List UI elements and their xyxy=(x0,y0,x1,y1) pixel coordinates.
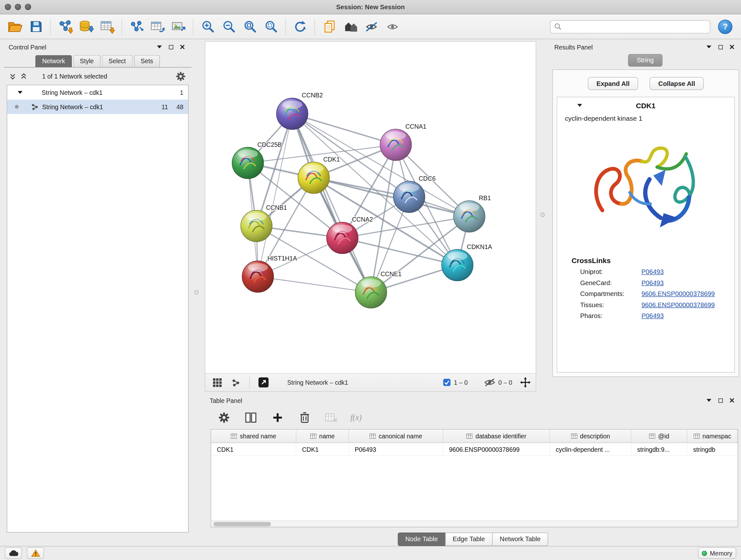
create-column-button[interactable] xyxy=(270,410,285,425)
show-columns-button[interactable] xyxy=(243,410,259,425)
clone-network-button[interactable] xyxy=(147,17,167,37)
column-header-shared-name[interactable]: shared name xyxy=(211,430,296,443)
network-edge[interactable] xyxy=(314,178,469,216)
network-canvas[interactable]: CCNB2CCNA1CDC25BCDK1CDC6RB1CCNB1CCNA2CDK… xyxy=(205,42,536,373)
uniprot-link[interactable]: P06493 xyxy=(642,268,664,275)
network-node-CDK1[interactable]: CDK1 xyxy=(298,156,340,193)
collapse-all-button[interactable]: Collapse All xyxy=(650,77,704,90)
column-header-canonical-name[interactable]: canonical name xyxy=(349,430,444,443)
control-panel-close-button[interactable] xyxy=(178,43,187,51)
expand-all-button[interactable]: Expand All xyxy=(588,77,638,90)
network-row[interactable]: String Network – cdk1 11 48 xyxy=(7,100,188,114)
network-edge[interactable] xyxy=(342,238,457,265)
network-node-HIST1H1A[interactable]: HIST1H1A xyxy=(242,255,297,293)
search-input[interactable] xyxy=(564,23,706,30)
export-network-button[interactable] xyxy=(256,376,271,389)
memory-status-dot xyxy=(702,551,707,556)
expand-all-icon[interactable] xyxy=(21,73,27,79)
hidden-eye-slash-icon[interactable] xyxy=(484,378,495,387)
network-edge[interactable] xyxy=(292,114,371,292)
column-header-database-identifier[interactable]: database identifier xyxy=(443,430,550,443)
show-panels-button[interactable] xyxy=(340,17,360,37)
left-splitter[interactable] xyxy=(192,41,205,546)
tab-network-table[interactable]: Network Table xyxy=(492,533,548,546)
export-image-button[interactable] xyxy=(169,17,189,37)
network-node-CCNA2[interactable]: CCNA2 xyxy=(327,216,373,253)
function-builder-button[interactable]: f(x) xyxy=(350,413,361,422)
new-network-button[interactable] xyxy=(126,17,146,37)
control-panel-menu-button[interactable] xyxy=(155,43,164,51)
tab-sets[interactable]: Sets xyxy=(134,55,160,67)
zoom-selected-button[interactable] xyxy=(261,17,281,37)
results-tab-string[interactable]: String xyxy=(628,54,663,67)
tab-node-table[interactable]: Node Table xyxy=(398,533,446,546)
share-network-button[interactable] xyxy=(229,376,243,389)
delete-column-button[interactable] xyxy=(297,410,312,425)
selected-checkbox-icon[interactable] xyxy=(443,378,451,387)
network-graph[interactable]: CCNB2CCNA1CDC25BCDK1CDC6RB1CCNB1CCNA2CDK… xyxy=(205,42,536,373)
network-node-CCNB2[interactable]: CCNB2 xyxy=(276,91,323,129)
right-splitter[interactable] xyxy=(536,41,549,392)
cell-id[interactable]: stringdb:9... xyxy=(631,443,688,455)
apply-layout-button[interactable] xyxy=(290,17,310,37)
network-edge[interactable] xyxy=(258,276,371,292)
cloud-status-button[interactable] xyxy=(5,548,22,559)
tab-style[interactable]: Style xyxy=(73,55,100,67)
results-panel-float-button[interactable] xyxy=(716,43,725,51)
show-details-button[interactable] xyxy=(383,17,403,37)
tab-edge-table[interactable]: Edge Table xyxy=(445,533,493,546)
copy-page-button[interactable] xyxy=(320,17,340,37)
network-edge[interactable] xyxy=(292,114,396,145)
help-button[interactable]: ? xyxy=(718,19,732,34)
control-panel-float-button[interactable] xyxy=(166,43,175,51)
open-session-button[interactable] xyxy=(5,17,25,37)
table-horizontal-scrollbar[interactable] xyxy=(211,521,738,527)
delete-table-button[interactable] xyxy=(324,410,339,425)
cell-description[interactable]: cyclin-dependent ... xyxy=(550,443,631,455)
table-panel-menu-button[interactable] xyxy=(704,396,713,405)
cell-name[interactable]: CDK1 xyxy=(296,443,349,455)
collection-expander-icon[interactable] xyxy=(18,91,23,94)
gene-section-expander-icon[interactable] xyxy=(577,104,582,107)
table-panel-close-button[interactable] xyxy=(728,396,736,405)
genecard-link[interactable]: P06493 xyxy=(642,279,664,287)
table-settings-button[interactable] xyxy=(216,410,232,425)
column-header-id[interactable]: @id xyxy=(631,430,688,443)
zoom-fit-button[interactable] xyxy=(240,17,260,37)
warnings-button[interactable] xyxy=(27,548,44,559)
results-panel-menu-button[interactable] xyxy=(704,43,713,51)
column-header-name[interactable]: name xyxy=(296,430,349,443)
table-panel-title: Table Panel xyxy=(210,397,242,404)
memory-button[interactable]: Memory xyxy=(698,548,736,559)
zoom-in-button[interactable] xyxy=(198,17,218,37)
zoom-out-button[interactable] xyxy=(219,17,239,37)
tab-network[interactable]: Network xyxy=(36,55,72,67)
compartments-link[interactable]: 9606.ENSP00000378699 xyxy=(642,290,715,298)
save-session-button[interactable] xyxy=(26,17,46,37)
network-node-CCNA1[interactable]: CCNA1 xyxy=(380,123,426,161)
import-network-file-button[interactable] xyxy=(55,17,75,37)
cell-database-identifier[interactable]: 9606.ENSP00000378699 xyxy=(443,443,550,455)
network-node-CCNB1[interactable]: CCNB1 xyxy=(241,204,287,242)
tissues-link[interactable]: 9606.ENSP00000378699 xyxy=(642,301,715,309)
results-panel-close-button[interactable] xyxy=(728,43,736,51)
birds-eye-view-button[interactable] xyxy=(210,376,225,389)
network-collection-row[interactable]: String Network – cdk1 1 xyxy=(7,85,188,100)
hide-details-button[interactable] xyxy=(361,17,382,37)
pharos-link[interactable]: P06493 xyxy=(642,312,664,320)
column-header-namespace[interactable]: namespac xyxy=(687,430,738,443)
pan-crosshair-icon[interactable] xyxy=(520,377,531,388)
column-header-description[interactable]: description xyxy=(550,430,631,443)
scrollbar-thumb[interactable] xyxy=(213,522,271,526)
cell-canonical-name[interactable]: P06493 xyxy=(349,443,444,455)
network-edge[interactable] xyxy=(258,114,292,276)
import-table-file-button[interactable] xyxy=(97,17,118,37)
network-options-gear-icon[interactable] xyxy=(176,71,186,81)
collapse-all-icon[interactable] xyxy=(10,73,16,79)
table-panel-float-button[interactable] xyxy=(716,396,725,405)
cell-namespace[interactable]: stringdb xyxy=(687,443,738,455)
tab-select[interactable]: Select xyxy=(102,55,132,67)
network-node-RB1[interactable]: RB1 xyxy=(454,194,491,232)
import-network-database-button[interactable] xyxy=(76,17,96,37)
cell-shared-name[interactable]: CDK1 xyxy=(211,443,296,455)
